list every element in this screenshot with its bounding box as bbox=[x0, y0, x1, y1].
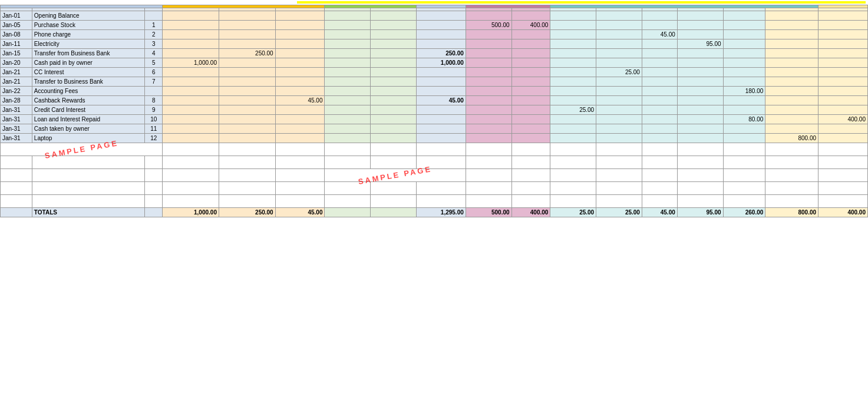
cell bbox=[371, 124, 417, 134]
cell bbox=[677, 30, 723, 39]
cell bbox=[275, 49, 325, 58]
cell: 4 bbox=[145, 49, 163, 58]
cell bbox=[371, 195, 417, 208]
cell bbox=[219, 156, 275, 169]
table-row: Jan-11Electricity395.00 bbox=[1, 39, 868, 49]
cell bbox=[819, 77, 868, 87]
cell bbox=[32, 169, 144, 182]
cell bbox=[677, 21, 723, 30]
cell bbox=[163, 11, 219, 21]
cell: SAMPLE PAGE bbox=[1, 143, 163, 156]
cell: 9 bbox=[145, 105, 163, 115]
cell bbox=[723, 39, 765, 49]
cell bbox=[550, 169, 596, 182]
cell bbox=[219, 30, 275, 39]
totals-cell: 500.00 bbox=[466, 208, 511, 217]
cell bbox=[765, 68, 819, 77]
cell bbox=[219, 68, 275, 77]
cell bbox=[596, 87, 642, 96]
cell bbox=[677, 156, 723, 169]
cell bbox=[596, 182, 642, 195]
cell bbox=[677, 58, 723, 68]
cell bbox=[765, 49, 819, 58]
cell bbox=[325, 124, 371, 134]
cell: Jan-11 bbox=[1, 39, 32, 49]
cell bbox=[723, 21, 765, 30]
cell bbox=[275, 39, 325, 49]
cell bbox=[325, 21, 371, 30]
cell bbox=[417, 124, 466, 134]
cell bbox=[642, 105, 677, 115]
cell bbox=[371, 87, 417, 96]
cell: 5 bbox=[145, 58, 163, 68]
cell bbox=[466, 87, 511, 96]
cell bbox=[219, 11, 275, 21]
cell: Jan-01 bbox=[1, 11, 32, 21]
cell bbox=[819, 11, 868, 21]
table-row: Jan-28Cashback Rewards845.0045.00 bbox=[1, 96, 868, 105]
cell: 7 bbox=[145, 77, 163, 87]
cell bbox=[466, 115, 511, 124]
cell bbox=[163, 30, 219, 39]
cell bbox=[642, 134, 677, 143]
cell bbox=[550, 21, 596, 30]
cell bbox=[371, 21, 417, 30]
cell bbox=[163, 124, 219, 134]
totals-cell bbox=[371, 208, 417, 217]
cell bbox=[677, 124, 723, 134]
cell bbox=[511, 58, 550, 68]
cell: 80.00 bbox=[723, 115, 765, 124]
cell: 1 bbox=[145, 21, 163, 30]
cell bbox=[163, 105, 219, 115]
cell bbox=[1, 195, 32, 208]
cell bbox=[765, 169, 819, 182]
cell bbox=[275, 30, 325, 39]
cell bbox=[511, 115, 550, 124]
cell bbox=[219, 182, 275, 195]
cell bbox=[325, 11, 371, 21]
cell bbox=[765, 11, 819, 21]
totals-row: TOTALS1,000.00250.0045.001,295.00500.004… bbox=[1, 208, 868, 217]
cell bbox=[325, 115, 371, 124]
cell bbox=[550, 96, 596, 105]
cell bbox=[765, 87, 819, 96]
cell bbox=[275, 11, 325, 21]
cell: Jan-08 bbox=[1, 30, 32, 39]
cell bbox=[723, 11, 765, 21]
cell bbox=[677, 134, 723, 143]
cell bbox=[596, 143, 642, 156]
cell bbox=[417, 68, 466, 77]
cell bbox=[371, 105, 417, 115]
cell bbox=[596, 77, 642, 87]
cell: Transfer to Business Bank bbox=[32, 77, 144, 87]
cell bbox=[417, 134, 466, 143]
cell bbox=[466, 39, 511, 49]
cell bbox=[765, 30, 819, 39]
cell bbox=[275, 182, 325, 195]
cell bbox=[677, 49, 723, 58]
sample-row: SAMPLE PAGE bbox=[1, 143, 868, 156]
cell bbox=[819, 58, 868, 68]
cell: 45.00 bbox=[275, 96, 325, 105]
cell bbox=[163, 134, 219, 143]
cell bbox=[417, 115, 466, 124]
cell bbox=[466, 195, 511, 208]
cell bbox=[550, 58, 596, 68]
cell bbox=[819, 39, 868, 49]
cell bbox=[417, 87, 466, 96]
cell bbox=[219, 143, 275, 156]
cell bbox=[466, 182, 511, 195]
cell bbox=[765, 124, 819, 134]
cell bbox=[511, 182, 550, 195]
cell: 6 bbox=[145, 68, 163, 77]
cell bbox=[677, 115, 723, 124]
cell bbox=[596, 49, 642, 58]
cell bbox=[163, 195, 219, 208]
cell bbox=[417, 143, 466, 156]
totals-cell: 400.00 bbox=[819, 208, 868, 217]
cell bbox=[677, 195, 723, 208]
cell bbox=[596, 124, 642, 134]
cell bbox=[550, 143, 596, 156]
cell: 25.00 bbox=[596, 68, 642, 77]
cell bbox=[145, 11, 163, 21]
